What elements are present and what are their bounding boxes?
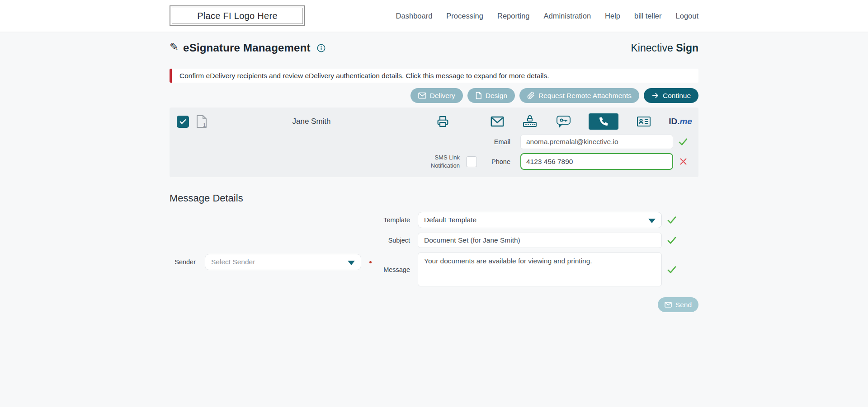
phone-invalid-x-icon: [673, 158, 693, 165]
sms-link-notification-checkbox[interactable]: [466, 156, 477, 167]
brand-suffix: Sign: [676, 42, 698, 54]
delivery-button[interactable]: Delivery: [410, 88, 463, 103]
envelope-icon: [665, 302, 672, 308]
kinective-sign-logo: Kinective Sign: [631, 42, 698, 54]
subject-valid-check-icon: [662, 236, 682, 244]
email-auth-icon[interactable]: [491, 116, 504, 127]
template-row: Template Default Template: [378, 212, 698, 228]
document-count-icon[interactable]: 1: [196, 115, 208, 128]
email-input[interactable]: [520, 135, 673, 149]
nav-dashboard[interactable]: Dashboard: [396, 12, 433, 20]
document-icon: [475, 92, 482, 99]
top-bar: Place FI Logo Here Dashboard Processing …: [0, 0, 868, 32]
design-button[interactable]: Design: [467, 88, 515, 103]
fi-logo-text: Place FI Logo Here: [197, 11, 278, 21]
recipient-row: 1 Jane Smith: [170, 110, 698, 133]
phone-label: Phone: [491, 158, 510, 165]
alert-message: Confirm eDelivery recipients and review …: [179, 72, 549, 80]
message-row: Message Your documents are available for…: [378, 253, 698, 286]
sender-label: Sender: [170, 258, 196, 266]
email-label: Email: [494, 138, 510, 145]
page-title: eSignature Management: [183, 42, 311, 54]
email-valid-check-icon: [673, 138, 693, 146]
page-header: ✎ eSignature Management Kinective Sign: [170, 39, 698, 57]
idme-auth-icon[interactable]: ID.me: [669, 117, 692, 126]
subject-row: Subject: [378, 233, 698, 248]
continue-button[interactable]: Continue: [644, 88, 698, 103]
template-value: Default Template: [424, 216, 476, 224]
brand-name: Kinective: [631, 42, 673, 54]
phone-row: SMS Link Notification Phone: [170, 153, 698, 170]
sender-select[interactable]: Select Sender: [205, 254, 361, 270]
chevron-down-icon: [648, 219, 656, 223]
recipient-name: Jane Smith: [221, 117, 402, 126]
idme-text-italic: me: [679, 117, 692, 126]
template-label: Template: [378, 216, 410, 224]
subject-label: Subject: [378, 237, 410, 244]
phone-input[interactable]: [520, 153, 673, 170]
id-card-auth-icon[interactable]: [637, 116, 651, 127]
nav-administration[interactable]: Administration: [544, 12, 591, 20]
required-indicator: [369, 261, 372, 263]
sender-row: Sender Select Sender: [170, 212, 378, 312]
nav-user[interactable]: bill teller: [634, 12, 662, 20]
envelope-icon: [418, 92, 426, 99]
paperclip-icon: [527, 92, 535, 99]
info-icon[interactable]: [317, 44, 326, 52]
idme-text-bold: ID.: [669, 117, 679, 126]
arrow-right-icon: [651, 92, 659, 99]
chevron-down-icon: [348, 261, 355, 265]
toolbar: Delivery Design Request Remote Attachmen…: [170, 88, 698, 103]
message-details-form: Sender Select Sender Template Default Te…: [170, 212, 698, 312]
message-textarea[interactable]: Your documents are available for viewing…: [418, 253, 662, 286]
nav-logout[interactable]: Logout: [676, 12, 698, 20]
send-button[interactable]: Send: [658, 297, 698, 312]
subject-input[interactable]: [418, 233, 662, 248]
document-count: 1: [203, 122, 206, 128]
phone-auth-icon[interactable]: [589, 113, 618, 130]
template-valid-check-icon: [662, 216, 682, 224]
nav-help[interactable]: Help: [605, 12, 620, 20]
template-select[interactable]: Default Template: [418, 212, 662, 228]
sender-placeholder: Select Sender: [211, 258, 255, 266]
message-valid-check-icon: [662, 266, 682, 274]
edelivery-alert-banner[interactable]: Confirm eDelivery recipients and review …: [170, 69, 698, 83]
email-row: Email: [170, 135, 698, 149]
auth-method-selector: ID.me: [483, 113, 698, 130]
sms-link-notification-label: SMS Link Notification: [426, 154, 460, 169]
main-nav: Dashboard Processing Reporting Administr…: [396, 12, 698, 20]
recipient-card: 1 Jane Smith: [170, 108, 698, 177]
request-remote-attachments-button[interactable]: Request Remote Attachments: [519, 88, 639, 103]
nav-reporting[interactable]: Reporting: [497, 12, 530, 20]
printer-icon[interactable]: [437, 116, 449, 127]
message-details-heading: Message Details: [170, 192, 698, 204]
pen-icon: ✎: [170, 42, 179, 52]
nav-processing[interactable]: Processing: [446, 12, 483, 20]
message-label: Message: [378, 266, 410, 273]
password-auth-icon[interactable]: [522, 115, 538, 128]
recipient-checkbox[interactable]: [177, 116, 189, 128]
sms-code-auth-icon[interactable]: [556, 115, 571, 128]
fi-logo-placeholder: Place FI Logo Here: [170, 5, 305, 26]
